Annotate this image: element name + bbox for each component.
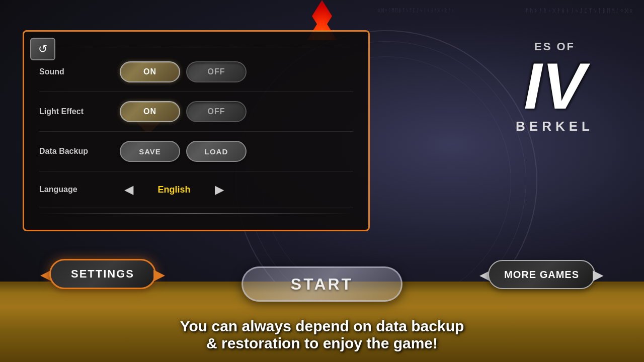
settings-panel: ↺ Sound ON OFF Light Effect ON OFF Data … — [23, 30, 370, 231]
logo-sub-text: BERKEL — [516, 119, 594, 134]
light-effect-row: Light Effect ON OFF — [39, 92, 353, 132]
top-separator — [39, 47, 353, 47]
start-button-container: START — [242, 266, 403, 302]
language-next-button[interactable]: ▶ — [210, 180, 228, 199]
bottom-text-line1: You can always depend on data backup — [180, 318, 464, 335]
more-games-arrow-right: ▶ — [593, 266, 604, 283]
language-row: Language ◀ English ▶ — [39, 171, 353, 208]
data-backup-controls: SAVE LOAD — [120, 141, 247, 162]
bottom-message: You can always depend on data backup & r… — [180, 318, 464, 352]
game-logo: ES OF IV BERKEL — [516, 40, 594, 134]
language-controls: ◀ English ▶ — [120, 180, 228, 199]
language-value: English — [144, 185, 204, 195]
sound-controls: ON OFF — [120, 61, 247, 82]
settings-nav-button[interactable]: SETTINGS — [49, 259, 156, 289]
data-backup-label: Data Backup — [39, 147, 120, 156]
load-button[interactable]: LOAD — [186, 141, 247, 162]
sound-off-button[interactable]: OFF — [186, 61, 247, 82]
back-button[interactable]: ↺ — [30, 38, 55, 60]
more-games-button-container: ◀ MORE GAMES ▶ — [479, 260, 604, 289]
light-effect-label: Light Effect — [39, 107, 120, 116]
sound-label: Sound — [39, 67, 120, 76]
sound-row: Sound ON OFF — [39, 52, 353, 92]
logo-main-text: IV — [516, 53, 594, 119]
sound-on-button[interactable]: ON — [120, 61, 180, 82]
language-prev-button[interactable]: ◀ — [120, 180, 138, 199]
settings-arrow-right: ▶ — [153, 265, 165, 283]
light-on-button[interactable]: ON — [120, 101, 180, 122]
more-games-button[interactable]: MORE GAMES — [488, 260, 595, 289]
light-off-button[interactable]: OFF — [186, 101, 247, 122]
data-backup-row: Data Backup SAVE LOAD — [39, 132, 353, 171]
light-effect-controls: ON OFF — [120, 101, 247, 122]
save-button[interactable]: SAVE — [120, 141, 180, 162]
settings-button-container: ◀ SETTINGS ▶ — [40, 259, 165, 289]
rune-decoration-right: ᚠᚢᚦᚨᚱᚲᚷᚹᚺᚾᛁᛃᛇᛈᛉᛊᛏᛒᛖᛗᛚᛜᛞᛟ — [525, 8, 634, 14]
start-button[interactable]: START — [242, 266, 403, 302]
language-label: Language — [39, 185, 120, 194]
bottom-text-line2: & restoration to enjoy the game! — [180, 335, 464, 352]
bottom-separator — [39, 213, 353, 214]
back-icon: ↺ — [38, 43, 47, 56]
rune-decoration-left: ᛟᛞᛜᛚᛗᛖᛒᛏᛊᛉᛈᛇᛃᛁᚾᚺᚹᚷᚲᚱᚨᚦ — [377, 8, 455, 13]
